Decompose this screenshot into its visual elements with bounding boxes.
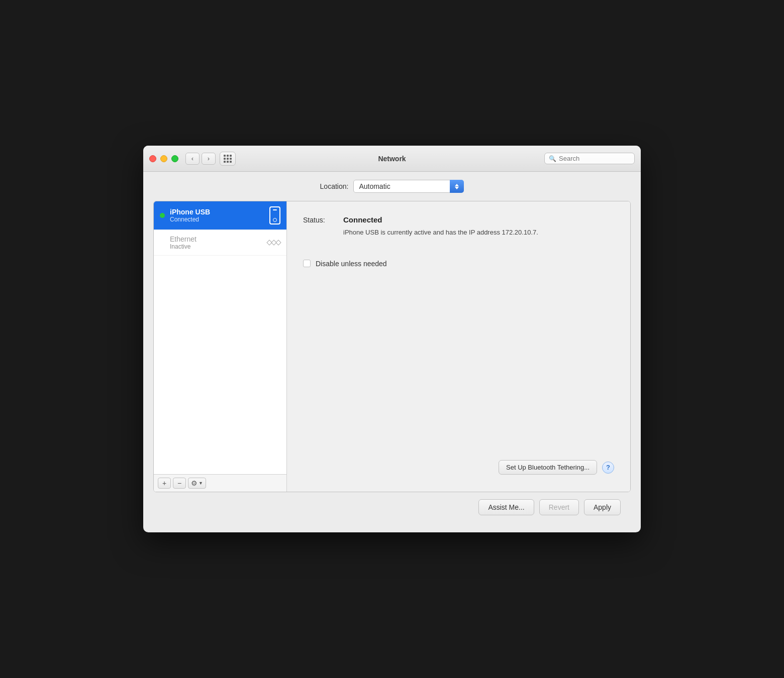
nav-buttons: ‹ › (185, 153, 216, 165)
content-area: Location: Automatic Edit Locations... (143, 172, 641, 532)
back-button[interactable]: ‹ (185, 153, 200, 165)
disable-checkbox[interactable] (303, 260, 311, 267)
search-input[interactable] (559, 155, 630, 162)
ethernet-text: Ethernet Inactive (170, 235, 262, 250)
search-icon: 🔍 (549, 155, 556, 162)
status-description: iPhone USB is currently active and has t… (343, 228, 614, 238)
status-value: Connected (343, 215, 382, 224)
forward-button[interactable]: › (202, 153, 216, 165)
right-bottom: Set Up Bluetooth Tethering... ? (303, 460, 614, 482)
remove-interface-button[interactable]: − (173, 478, 186, 489)
sidebar-toolbar: + − ⚙ ▼ (154, 474, 286, 492)
footer: Assist Me... Revert Apply (153, 492, 631, 522)
assist-me-button[interactable]: Assist Me... (478, 499, 534, 515)
minimize-button[interactable] (160, 155, 167, 162)
ethernet-icon (267, 241, 280, 245)
status-info: Connected iPhone USB is currently active… (343, 215, 614, 238)
ethernet-status: Inactive (170, 243, 262, 250)
close-button[interactable] (149, 155, 156, 162)
location-row: Location: Automatic Edit Locations... (153, 180, 631, 193)
gear-icon: ⚙ (191, 479, 198, 487)
sidebar-item-iphone-usb[interactable]: iPhone USB Connected (154, 201, 286, 230)
traffic-lights (149, 155, 178, 162)
iphone-usb-name: iPhone USB (170, 208, 264, 216)
search-bar[interactable]: 🔍 (544, 153, 635, 164)
grid-button[interactable] (220, 152, 236, 166)
apply-button[interactable]: Apply (584, 499, 621, 515)
add-interface-button[interactable]: + (158, 478, 171, 489)
status-label: Status: (303, 215, 343, 224)
iphone-usb-status: Connected (170, 216, 264, 223)
sidebar: iPhone USB Connected Ethernet Inactive (154, 201, 287, 492)
status-dot-inactive (160, 240, 165, 245)
sidebar-item-ethernet[interactable]: Ethernet Inactive (154, 230, 286, 256)
disable-checkbox-row[interactable]: Disable unless needed (303, 260, 614, 268)
location-select-wrapper: Automatic Edit Locations... (353, 180, 464, 193)
gear-dropdown-arrow: ▼ (199, 481, 203, 486)
ethernet-name: Ethernet (170, 235, 262, 243)
main-window: ‹ › Network 🔍 Location: Automatic Edit L… (143, 146, 641, 532)
location-label: Location: (320, 182, 349, 190)
iphone-usb-text: iPhone USB Connected (170, 208, 264, 223)
help-button[interactable]: ? (602, 462, 614, 474)
location-select[interactable]: Automatic Edit Locations... (353, 180, 464, 193)
main-panel: iPhone USB Connected Ethernet Inactive (153, 201, 631, 492)
grid-icon (224, 155, 232, 163)
iphone-icon (269, 206, 280, 224)
bottom-actions-row: Set Up Bluetooth Tethering... ? (303, 460, 614, 482)
right-panel: Status: Connected iPhone USB is currentl… (287, 201, 630, 492)
maximize-button[interactable] (171, 155, 178, 162)
disable-checkbox-label: Disable unless needed (316, 260, 387, 268)
window-title: Network (378, 155, 406, 163)
titlebar: ‹ › Network 🔍 (143, 146, 641, 172)
status-dot-connected (160, 213, 165, 218)
sidebar-list: iPhone USB Connected Ethernet Inactive (154, 201, 286, 474)
status-row: Status: Connected iPhone USB is currentl… (303, 215, 614, 238)
gear-menu-button[interactable]: ⚙ ▼ (188, 478, 206, 489)
revert-button[interactable]: Revert (539, 499, 579, 515)
bluetooth-tethering-button[interactable]: Set Up Bluetooth Tethering... (499, 460, 597, 475)
